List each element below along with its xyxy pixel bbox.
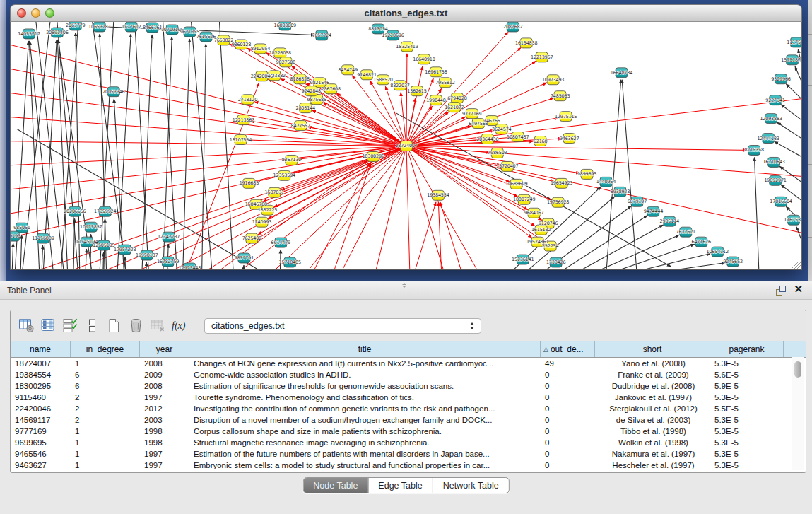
table-cell[interactable]: 1997 bbox=[140, 448, 189, 460]
table-cell[interactable]: Hescheler et al. (1997) bbox=[595, 460, 710, 471]
table-cell[interactable]: 1997 bbox=[140, 392, 189, 403]
table-cell[interactable]: 1998 bbox=[140, 437, 189, 448]
table-row[interactable]: 946554611997Estimation of the future num… bbox=[11, 448, 806, 460]
window-titlebar[interactable]: citations_edges.txt bbox=[10, 4, 802, 22]
table-cell[interactable]: 9463627 bbox=[11, 460, 71, 471]
table-row[interactable]: 1456911722003Disruption of a novel membe… bbox=[11, 414, 806, 426]
column-header-name[interactable]: name bbox=[11, 341, 71, 357]
table-cell[interactable]: 5.3E-5 bbox=[710, 460, 784, 471]
table-cell[interactable]: 6 bbox=[71, 369, 140, 380]
table-cell[interactable]: Franke et al. (2009) bbox=[595, 369, 710, 380]
table-cell[interactable]: 9777169 bbox=[11, 426, 71, 437]
table-cell[interactable]: 2 bbox=[71, 392, 140, 403]
table-cell[interactable]: Nakamura et al. (1997) bbox=[595, 448, 710, 460]
select-columns-icon[interactable] bbox=[38, 317, 58, 335]
table-cell[interactable]: 2009 bbox=[140, 369, 189, 380]
new-table-icon[interactable] bbox=[104, 317, 124, 335]
table-cell[interactable]: Dudbridge et al. (2008) bbox=[595, 380, 710, 392]
table-row[interactable]: 1830029562008Estimation of significance … bbox=[11, 380, 806, 392]
table-cell[interactable]: Estimation of significance thresholds fo… bbox=[189, 380, 541, 392]
vertical-scrollbar[interactable] bbox=[792, 357, 804, 470]
tab-node-table[interactable]: Node Table bbox=[303, 478, 368, 493]
table-cell[interactable]: 0 bbox=[541, 369, 595, 380]
table-row[interactable]: 911546021997Tourette syndrome. Phenomeno… bbox=[11, 392, 806, 403]
table-cell[interactable]: 1 bbox=[71, 426, 140, 437]
column-header-pagerank[interactable]: pagerank bbox=[710, 341, 784, 357]
table-settings-icon[interactable] bbox=[16, 317, 36, 335]
zoom-window-button[interactable] bbox=[45, 8, 54, 18]
table-cell[interactable]: 5.3E-5 bbox=[710, 448, 784, 460]
table-cell[interactable]: Disruption of a novel member of a sodium… bbox=[189, 414, 541, 426]
table-cell[interactable]: Tibbo et al. (1998) bbox=[595, 426, 710, 437]
table-row[interactable]: 946362711997Embryonic stem cells: a mode… bbox=[11, 460, 806, 471]
table-select-dropdown[interactable]: citations_edges.txt bbox=[204, 318, 481, 334]
table-cell[interactable]: 0 bbox=[541, 403, 595, 414]
table-cell[interactable]: 5.3E-5 bbox=[710, 414, 784, 426]
select-rows-icon[interactable] bbox=[60, 317, 80, 335]
table-cell[interactable]: 19384554 bbox=[11, 369, 71, 380]
table-cell[interactable]: 2003 bbox=[140, 414, 189, 426]
table-cell[interactable]: 2 bbox=[71, 403, 140, 414]
table-cell[interactable]: 0 bbox=[541, 437, 595, 448]
graph-svg[interactable]: 1405571720891406206377910653287152760284… bbox=[11, 22, 801, 269]
import-table-icon[interactable] bbox=[148, 317, 167, 335]
table-cell[interactable]: 1997 bbox=[140, 460, 189, 471]
table-cell[interactable]: 0 bbox=[541, 426, 595, 437]
table-cell[interactable]: 5.3E-5 bbox=[710, 426, 784, 437]
table-row[interactable]: 1938455462009Genome-wide association stu… bbox=[11, 369, 806, 380]
table-cell[interactable]: 0 bbox=[541, 392, 595, 403]
table-cell[interactable]: 6 bbox=[71, 380, 140, 392]
float-panel-icon[interactable] bbox=[775, 285, 787, 296]
table-cell[interactable]: 5.9E-5 bbox=[710, 380, 784, 392]
table-cell[interactable]: 9465546 bbox=[11, 448, 71, 460]
table-cell[interactable]: Stergiakouli et al. (2012) bbox=[595, 403, 710, 414]
close-window-button[interactable] bbox=[17, 8, 26, 18]
table-cell[interactable]: 2012 bbox=[140, 403, 189, 414]
table-row[interactable]: 2242004622012Investigating the contribut… bbox=[11, 403, 806, 414]
table-cell[interactable]: 1 bbox=[71, 437, 140, 448]
table-cell[interactable]: 5.6E-5 bbox=[710, 369, 784, 380]
table-cell[interactable]: 5.3E-5 bbox=[710, 358, 784, 369]
table-cell[interactable]: 2008 bbox=[140, 380, 189, 392]
table-cell[interactable]: 0 bbox=[541, 380, 595, 392]
table-cell[interactable]: 14569117 bbox=[11, 414, 71, 426]
table-cell[interactable]: Changes of HCN gene expression and I(f) … bbox=[189, 358, 541, 369]
table-cell[interactable]: 18724007 bbox=[11, 358, 71, 369]
table-cell[interactable]: 0 bbox=[541, 448, 595, 460]
network-canvas[interactable]: 1405571720891406206377910653287152760284… bbox=[10, 22, 802, 270]
tab-edge-table[interactable]: Edge Table bbox=[368, 478, 433, 493]
column-header-title[interactable]: title bbox=[189, 341, 541, 357]
scrollbar-thumb[interactable] bbox=[794, 361, 801, 378]
table-cell[interactable]: 18300295 bbox=[11, 380, 71, 392]
table-cell[interactable]: 1 bbox=[71, 460, 140, 471]
table-cell[interactable]: Genome-wide association studies in ADHD. bbox=[189, 369, 541, 380]
table-cell[interactable]: Tourette syndrome. Phenomenology and cla… bbox=[189, 392, 541, 403]
column-header-out_de[interactable]: △out_de... bbox=[541, 341, 595, 357]
table-cell[interactable]: 22420046 bbox=[11, 403, 71, 414]
table-cell[interactable]: 9115460 bbox=[11, 392, 71, 403]
table-cell[interactable]: 1998 bbox=[140, 426, 189, 437]
table-cell[interactable]: 9699695 bbox=[11, 437, 71, 448]
table-cell[interactable]: Jankovic et al. (1997) bbox=[595, 392, 710, 403]
column-header-year[interactable]: year bbox=[140, 341, 189, 357]
table-cell[interactable]: Estimation of the future numbers of pati… bbox=[189, 448, 541, 460]
table-cell[interactable]: 5.3E-5 bbox=[710, 437, 784, 448]
table-cell[interactable]: 1 bbox=[71, 448, 140, 460]
table-cell[interactable]: Investigating the contribution of common… bbox=[189, 403, 541, 414]
splitter-grip[interactable] bbox=[401, 282, 408, 288]
column-header-in_degree[interactable]: in_degree bbox=[71, 341, 140, 357]
table-cell[interactable]: Wolkin et al. (1998) bbox=[595, 437, 710, 448]
tab-network-table[interactable]: Network Table bbox=[433, 478, 509, 493]
table-cell[interactable]: 0 bbox=[541, 414, 595, 426]
merge-tables-icon[interactable] bbox=[82, 317, 102, 335]
minimize-window-button[interactable] bbox=[31, 8, 40, 18]
table-cell[interactable]: Yano et al. (2008) bbox=[595, 358, 710, 369]
table-cell[interactable]: 5.5E-5 bbox=[710, 403, 784, 414]
table-row[interactable]: 1872400712008Changes of HCN gene express… bbox=[11, 358, 806, 369]
table-cell[interactable]: 1 bbox=[71, 358, 140, 369]
table-cell[interactable]: Corpus callosum shape and size in male p… bbox=[189, 426, 541, 437]
table-cell[interactable]: de Silva et al. (2003) bbox=[595, 414, 710, 426]
table-cell[interactable]: 2 bbox=[71, 414, 140, 426]
column-header-short[interactable]: short bbox=[595, 341, 710, 357]
close-panel-icon[interactable]: ✕ bbox=[794, 283, 803, 296]
